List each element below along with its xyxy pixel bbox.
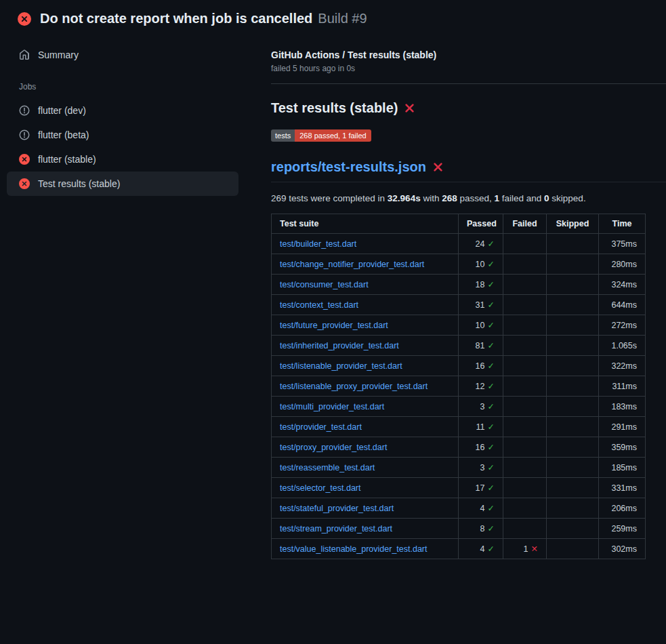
passed-count: 12 — [476, 382, 485, 391]
suite-cell: test/listenable_provider_test.dart — [272, 356, 459, 376]
suite-link[interactable]: test/context_test.dart — [280, 300, 358, 310]
suite-cell: test/multi_provider_test.dart — [272, 397, 459, 417]
time-cell: 280ms — [599, 254, 646, 275]
skipped-cell — [547, 519, 599, 539]
skipped-cell — [547, 498, 599, 519]
table-row: test/value_listenable_provider_test.dart… — [272, 539, 646, 559]
table-row: test/multi_provider_test.dart3✓183ms — [272, 397, 646, 417]
passed-count: 4 — [480, 544, 485, 554]
run-title: Do not create report when job is cancell… — [40, 11, 312, 26]
check-icon: ✓ — [488, 361, 495, 371]
report-heading: reports/test-results.json — [271, 159, 666, 182]
suite-link[interactable]: test/reassemble_test.dart — [280, 463, 375, 472]
sidebar-item-flutter-stable[interactable]: flutter (stable) — [7, 147, 238, 172]
suite-link[interactable]: test/stream_provider_test.dart — [280, 524, 392, 534]
check-icon: ✓ — [488, 483, 495, 493]
time-cell: 375ms — [599, 234, 646, 254]
passed-cell: 4✓ — [459, 539, 503, 559]
passed-cell: 3✓ — [459, 397, 503, 417]
summary-value: 0 — [544, 193, 549, 203]
results-table-body: test/builder_test.dart24✓375mstest/chang… — [272, 234, 646, 559]
time-cell: 302ms — [599, 539, 646, 559]
failed-cell — [503, 417, 547, 437]
failed-cell — [503, 336, 547, 356]
passed-count: 24 — [476, 239, 485, 249]
sidebar-item-label: flutter (dev) — [38, 105, 86, 116]
check-icon: ✓ — [488, 341, 495, 350]
time-cell: 206ms — [599, 498, 646, 519]
failed-cell — [503, 397, 547, 417]
report-link[interactable]: reports/test-results.json — [271, 159, 426, 175]
check-icon: ✓ — [488, 443, 495, 452]
suite-link[interactable]: test/future_provider_test.dart — [280, 321, 388, 330]
failed-count: 1 — [524, 544, 528, 554]
suite-link[interactable]: test/listenable_provider_test.dart — [280, 361, 402, 371]
failed-cell — [503, 254, 547, 275]
time-cell: 259ms — [599, 519, 646, 539]
table-row: test/listenable_proxy_provider_test.dart… — [272, 376, 646, 397]
col-skipped: Skipped — [547, 214, 599, 234]
skipped-cell — [547, 437, 599, 458]
check-icon: ✓ — [488, 382, 495, 391]
suite-link[interactable]: test/multi_provider_test.dart — [280, 402, 384, 411]
suite-cell: test/provider_test.dart — [272, 417, 459, 437]
sidebar: Summary Jobs flutter (dev)flutter (beta)… — [0, 36, 271, 196]
suite-cell: test/listenable_proxy_provider_test.dart — [272, 376, 459, 397]
suite-cell: test/value_listenable_provider_test.dart — [272, 539, 459, 559]
table-row: test/future_provider_test.dart10✓272ms — [272, 315, 646, 336]
skipped-cell — [547, 458, 599, 478]
table-row: test/proxy_provider_test.dart16✓359ms — [272, 437, 646, 458]
table-row: test/listenable_provider_test.dart16✓322… — [272, 356, 646, 376]
table-row: test/selector_test.dart17✓331ms — [272, 478, 646, 498]
jobs-heading: Jobs — [7, 66, 238, 98]
summary-value: 1 — [495, 193, 500, 203]
col-time: Time — [599, 214, 646, 234]
passed-count: 17 — [476, 483, 485, 493]
tests-badge: tests 268 passed, 1 failed — [271, 129, 371, 142]
cross-mark-icon — [432, 161, 444, 173]
suite-link[interactable]: test/value_listenable_provider_test.dart — [280, 544, 428, 554]
check-icon: ✓ — [488, 422, 495, 432]
jobs-list: flutter (dev)flutter (beta)flutter (stab… — [7, 98, 238, 196]
suite-link[interactable]: test/selector_test.dart — [280, 483, 361, 493]
failed-cell — [503, 376, 547, 397]
check-title-row: Test results (stable) — [271, 100, 666, 116]
passed-cell: 17✓ — [459, 478, 503, 498]
passed-cell: 10✓ — [459, 254, 503, 275]
passed-count: 31 — [476, 300, 485, 310]
check-icon: ✓ — [488, 239, 495, 249]
suite-link[interactable]: test/consumer_test.dart — [280, 280, 369, 289]
failed-cell — [503, 519, 547, 539]
passed-count: 10 — [476, 321, 485, 330]
sidebar-item-label: flutter (stable) — [38, 154, 96, 165]
suite-link[interactable]: test/builder_test.dart — [280, 239, 356, 249]
suite-link[interactable]: test/change_notifier_provider_test.dart — [280, 260, 424, 269]
suite-link[interactable]: test/stateful_provider_test.dart — [280, 504, 394, 513]
alert-circle-icon — [19, 105, 30, 116]
suite-cell: test/change_notifier_provider_test.dart — [272, 254, 459, 275]
suite-link[interactable]: test/listenable_proxy_provider_test.dart — [280, 382, 428, 391]
skipped-cell — [547, 275, 599, 295]
table-row: test/reassemble_test.dart3✓185ms — [272, 458, 646, 478]
suite-link[interactable]: test/proxy_provider_test.dart — [280, 443, 387, 452]
suite-link[interactable]: test/inherited_provider_test.dart — [280, 341, 399, 350]
results-table: Test suite Passed Failed Skipped Time te… — [271, 214, 646, 559]
passed-cell: 8✓ — [459, 519, 503, 539]
skipped-cell — [547, 397, 599, 417]
check-icon: ✓ — [488, 463, 495, 472]
sidebar-item-flutter-beta[interactable]: flutter (beta) — [7, 123, 238, 147]
sidebar-item-flutter-dev[interactable]: flutter (dev) — [7, 98, 238, 123]
table-row: test/inherited_provider_test.dart81✓1.06… — [272, 336, 646, 356]
suite-cell: test/consumer_test.dart — [272, 275, 459, 295]
alert-circle-icon — [19, 129, 30, 140]
time-cell: 331ms — [599, 478, 646, 498]
sidebar-item-summary[interactable]: Summary — [7, 44, 238, 66]
summary-text: failed and — [499, 193, 544, 203]
suite-link[interactable]: test/provider_test.dart — [280, 422, 362, 432]
skipped-cell — [547, 295, 599, 315]
x-circle-icon — [19, 178, 30, 189]
summary-label: Summary — [38, 49, 79, 60]
passed-cell: 31✓ — [459, 295, 503, 315]
badge-label: tests — [271, 129, 295, 142]
sidebar-item-test-results-stable[interactable]: Test results (stable) — [7, 172, 238, 196]
